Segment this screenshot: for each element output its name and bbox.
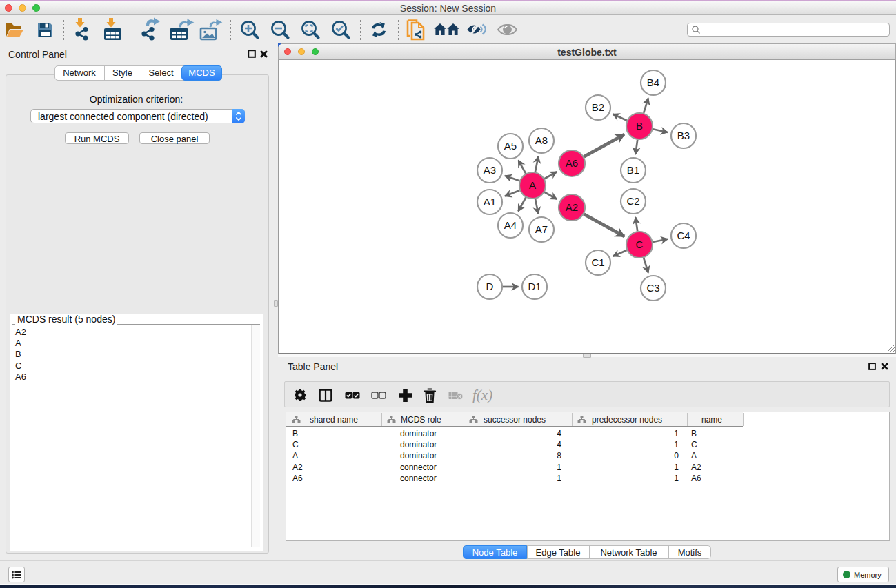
svg-text:D1: D1 xyxy=(528,281,541,292)
svg-text:A5: A5 xyxy=(504,140,517,152)
svg-text:A7: A7 xyxy=(535,223,548,235)
svg-text:A4: A4 xyxy=(504,219,517,231)
svg-text:A1: A1 xyxy=(484,196,496,207)
svg-text:A: A xyxy=(529,179,536,191)
svg-text:C3: C3 xyxy=(646,282,659,294)
svg-text:C1: C1 xyxy=(591,256,604,268)
svg-text:A6: A6 xyxy=(566,157,578,169)
svg-text:B1: B1 xyxy=(627,164,639,176)
svg-text:B2: B2 xyxy=(592,101,604,113)
svg-text:B4: B4 xyxy=(647,77,659,88)
svg-text:B: B xyxy=(636,120,643,132)
svg-text:A2: A2 xyxy=(566,201,578,213)
svg-text:C4: C4 xyxy=(677,230,690,241)
svg-text:D: D xyxy=(486,281,494,292)
svg-text:A8: A8 xyxy=(535,134,548,146)
svg-text:B3: B3 xyxy=(677,130,690,141)
svg-text:C: C xyxy=(636,239,644,250)
svg-text:C2: C2 xyxy=(626,195,639,207)
svg-text:A3: A3 xyxy=(484,164,496,176)
